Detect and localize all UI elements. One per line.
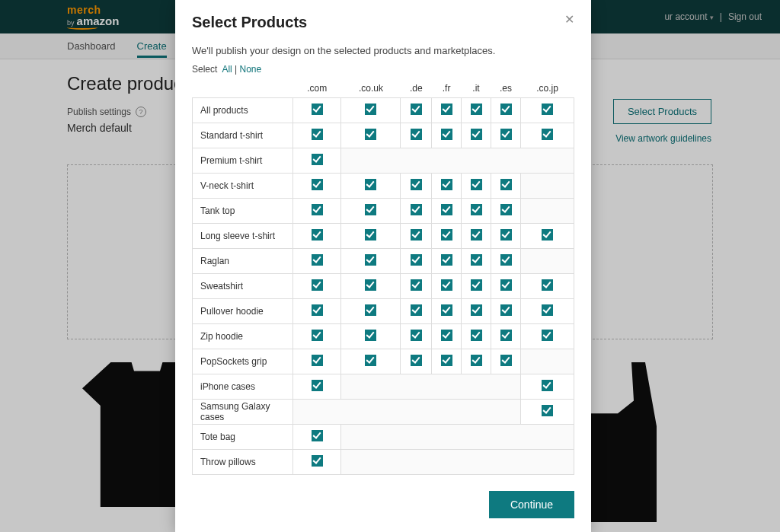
checkbox-cell[interactable] xyxy=(491,223,521,248)
checkbox-checked-icon[interactable] xyxy=(365,304,376,316)
checkbox-cell[interactable] xyxy=(432,97,462,123)
checkbox-cell[interactable] xyxy=(401,173,432,198)
checkbox-checked-icon[interactable] xyxy=(312,154,323,165)
checkbox-cell[interactable] xyxy=(293,198,341,223)
checkbox-cell[interactable] xyxy=(462,223,491,248)
checkbox-cell[interactable] xyxy=(491,123,521,148)
checkbox-cell[interactable] xyxy=(462,273,491,298)
checkbox-cell[interactable] xyxy=(521,298,574,323)
checkbox-cell[interactable] xyxy=(521,399,574,424)
checkbox-checked-icon[interactable] xyxy=(441,179,452,190)
checkbox-cell[interactable] xyxy=(293,323,341,349)
checkbox-cell[interactable] xyxy=(432,273,462,298)
checkbox-checked-icon[interactable] xyxy=(500,229,512,241)
checkbox-checked-icon[interactable] xyxy=(471,204,482,215)
checkbox-checked-icon[interactable] xyxy=(441,204,452,215)
checkbox-cell[interactable] xyxy=(341,248,401,273)
checkbox-cell[interactable] xyxy=(491,273,521,298)
checkbox-checked-icon[interactable] xyxy=(500,204,512,215)
checkbox-cell[interactable] xyxy=(491,97,521,123)
select-all-link[interactable]: All xyxy=(222,64,232,75)
checkbox-cell[interactable] xyxy=(432,173,462,198)
checkbox-cell[interactable] xyxy=(462,173,491,198)
checkbox-cell[interactable] xyxy=(491,173,521,198)
checkbox-cell[interactable] xyxy=(293,298,341,323)
checkbox-cell[interactable] xyxy=(341,223,401,248)
checkbox-cell[interactable] xyxy=(401,298,432,323)
checkbox-checked-icon[interactable] xyxy=(411,355,422,366)
checkbox-cell[interactable] xyxy=(401,223,432,248)
checkbox-checked-icon[interactable] xyxy=(365,355,376,366)
checkbox-cell[interactable] xyxy=(462,298,491,323)
checkbox-checked-icon[interactable] xyxy=(365,229,376,241)
checkbox-checked-icon[interactable] xyxy=(365,129,376,140)
checkbox-checked-icon[interactable] xyxy=(312,304,323,316)
checkbox-cell[interactable] xyxy=(462,123,491,148)
checkbox-cell[interactable] xyxy=(293,148,341,173)
checkbox-checked-icon[interactable] xyxy=(365,179,376,190)
checkbox-checked-icon[interactable] xyxy=(500,304,512,316)
checkbox-checked-icon[interactable] xyxy=(312,254,323,266)
checkbox-cell[interactable] xyxy=(293,449,341,474)
checkbox-cell[interactable] xyxy=(401,273,432,298)
checkbox-checked-icon[interactable] xyxy=(312,104,323,115)
checkbox-checked-icon[interactable] xyxy=(471,355,482,366)
checkbox-checked-icon[interactable] xyxy=(312,430,323,441)
checkbox-cell[interactable] xyxy=(462,349,491,374)
checkbox-cell[interactable] xyxy=(462,248,491,273)
checkbox-cell[interactable] xyxy=(341,173,401,198)
checkbox-cell[interactable] xyxy=(293,248,341,273)
checkbox-checked-icon[interactable] xyxy=(441,355,452,366)
checkbox-checked-icon[interactable] xyxy=(411,179,422,190)
checkbox-checked-icon[interactable] xyxy=(411,204,422,215)
close-icon[interactable]: ✕ xyxy=(564,14,574,26)
checkbox-checked-icon[interactable] xyxy=(542,229,553,241)
checkbox-cell[interactable] xyxy=(432,123,462,148)
checkbox-checked-icon[interactable] xyxy=(441,330,452,341)
continue-button[interactable]: Continue xyxy=(489,491,574,518)
checkbox-cell[interactable] xyxy=(521,323,574,349)
checkbox-checked-icon[interactable] xyxy=(312,204,323,215)
checkbox-checked-icon[interactable] xyxy=(441,254,452,266)
checkbox-checked-icon[interactable] xyxy=(471,179,482,190)
checkbox-checked-icon[interactable] xyxy=(312,279,323,291)
checkbox-cell[interactable] xyxy=(293,349,341,374)
checkbox-cell[interactable] xyxy=(521,123,574,148)
checkbox-cell[interactable] xyxy=(491,323,521,349)
checkbox-checked-icon[interactable] xyxy=(441,304,452,316)
checkbox-checked-icon[interactable] xyxy=(471,229,482,241)
checkbox-checked-icon[interactable] xyxy=(312,455,323,467)
checkbox-cell[interactable] xyxy=(293,223,341,248)
checkbox-checked-icon[interactable] xyxy=(312,179,323,190)
checkbox-checked-icon[interactable] xyxy=(500,129,512,140)
checkbox-cell[interactable] xyxy=(491,248,521,273)
checkbox-cell[interactable] xyxy=(341,123,401,148)
checkbox-checked-icon[interactable] xyxy=(411,254,422,266)
checkbox-cell[interactable] xyxy=(293,424,341,449)
checkbox-cell[interactable] xyxy=(341,97,401,123)
checkbox-checked-icon[interactable] xyxy=(441,104,452,115)
checkbox-cell[interactable] xyxy=(432,298,462,323)
checkbox-cell[interactable] xyxy=(521,273,574,298)
checkbox-checked-icon[interactable] xyxy=(542,104,553,115)
checkbox-cell[interactable] xyxy=(341,298,401,323)
checkbox-cell[interactable] xyxy=(341,273,401,298)
checkbox-checked-icon[interactable] xyxy=(312,355,323,366)
checkbox-cell[interactable] xyxy=(293,123,341,148)
checkbox-cell[interactable] xyxy=(432,349,462,374)
checkbox-cell[interactable] xyxy=(462,198,491,223)
checkbox-cell[interactable] xyxy=(401,323,432,349)
checkbox-checked-icon[interactable] xyxy=(471,104,482,115)
checkbox-cell[interactable] xyxy=(401,198,432,223)
checkbox-cell[interactable] xyxy=(401,248,432,273)
checkbox-checked-icon[interactable] xyxy=(471,279,482,291)
checkbox-cell[interactable] xyxy=(521,374,574,399)
checkbox-cell[interactable] xyxy=(432,198,462,223)
checkbox-checked-icon[interactable] xyxy=(365,104,376,115)
checkbox-cell[interactable] xyxy=(293,173,341,198)
checkbox-cell[interactable] xyxy=(293,273,341,298)
checkbox-cell[interactable] xyxy=(401,349,432,374)
checkbox-checked-icon[interactable] xyxy=(542,304,553,316)
checkbox-cell[interactable] xyxy=(401,123,432,148)
checkbox-checked-icon[interactable] xyxy=(542,279,553,291)
